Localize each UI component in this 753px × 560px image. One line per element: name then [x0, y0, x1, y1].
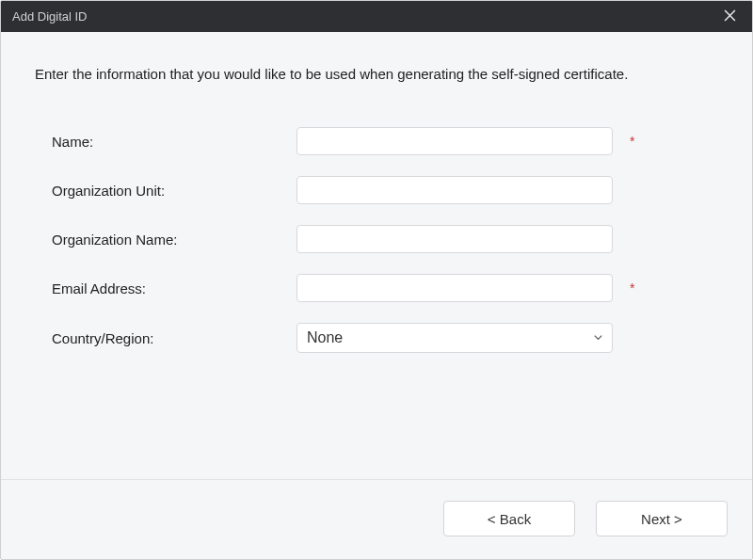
close-button[interactable]	[718, 6, 741, 28]
instruction-text: Enter the information that you would lik…	[35, 66, 718, 82]
field-row-country: Country/Region: None	[52, 323, 718, 353]
back-button[interactable]: < Back	[443, 501, 575, 536]
email-label: Email Address:	[52, 280, 296, 296]
org-unit-label: Organization Unit:	[52, 183, 296, 199]
country-select[interactable]: None	[296, 323, 613, 353]
name-label: Name:	[52, 134, 296, 150]
org-unit-input[interactable]	[296, 176, 613, 204]
name-input-wrap: *	[296, 127, 634, 155]
org-unit-input-wrap	[296, 176, 613, 204]
required-marker: *	[630, 134, 634, 149]
close-icon	[724, 9, 736, 24]
country-selected-value: None	[307, 329, 343, 346]
next-button[interactable]: Next >	[596, 501, 728, 536]
required-marker: *	[630, 280, 634, 296]
email-input-wrap: *	[296, 274, 634, 302]
dialog-footer: < Back Next >	[1, 479, 752, 559]
country-label: Country/Region:	[52, 330, 296, 346]
next-button-label: Next >	[641, 511, 682, 527]
field-row-org-name: Organization Name:	[52, 225, 718, 253]
dialog-body: Enter the information that you would lik…	[1, 32, 752, 479]
field-row-name: Name: *	[52, 127, 718, 155]
titlebar: Add Digital ID	[1, 1, 752, 32]
country-select-wrap: None	[296, 323, 613, 353]
field-row-email: Email Address: *	[52, 274, 718, 302]
org-name-label: Organization Name:	[52, 232, 296, 248]
dialog-title: Add Digital ID	[12, 9, 718, 24]
field-row-org-unit: Organization Unit:	[52, 176, 718, 204]
back-button-label: < Back	[488, 511, 531, 527]
org-name-input-wrap	[296, 225, 613, 253]
certificate-form: Name: * Organization Unit: Organization …	[35, 127, 718, 353]
add-digital-id-dialog: Add Digital ID Enter the information tha…	[0, 0, 753, 560]
name-input[interactable]	[296, 127, 613, 155]
org-name-input[interactable]	[296, 225, 613, 253]
email-input[interactable]	[296, 274, 613, 302]
